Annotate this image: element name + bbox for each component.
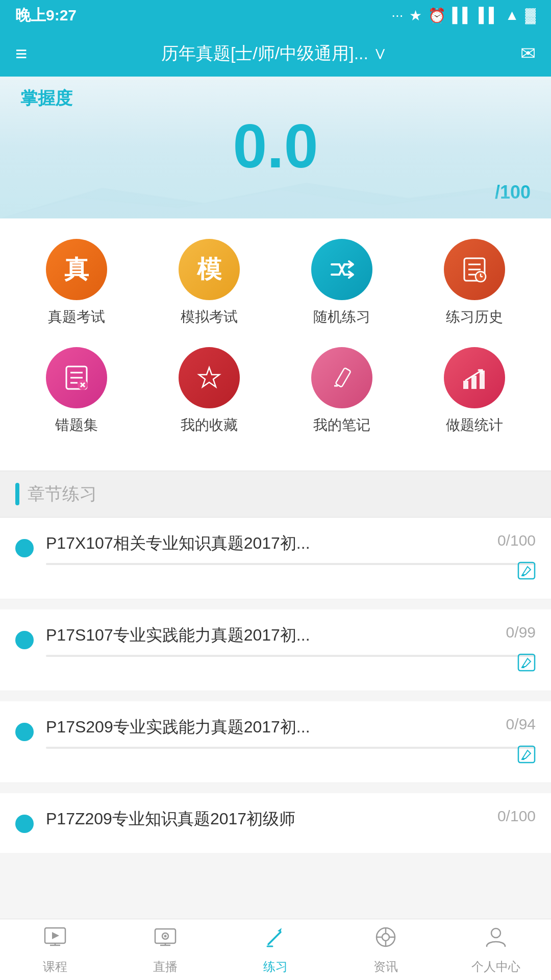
list-item[interactable]: P17X107相关专业知识真题2017初... 0/100: [0, 518, 551, 599]
list-score: 0/100: [497, 532, 536, 549]
signal2-icon: ▌▌: [479, 7, 499, 23]
list-score: 0/99: [506, 624, 536, 641]
zhibo-label: 直播: [153, 959, 178, 975]
shuffle-icon: [327, 254, 357, 285]
list-item-partial[interactable]: P17Z209专业知识真题2017初级师 0/100: [0, 793, 551, 853]
alarm-icon: ⏰: [428, 7, 446, 24]
nav-item-lianxi[interactable]: 练习: [224, 925, 327, 975]
bottom-nav: 课程 直播 练习: [0, 919, 551, 980]
list-name: P17S209专业实践能力真题2017初...: [46, 716, 506, 739]
header-title-area[interactable]: 历年真题[士/师/中级通用]... ∨: [161, 42, 388, 65]
cuoti-label: 错题集: [55, 415, 98, 435]
list-row: P17S209专业实践能力真题2017初... 0/94: [46, 716, 536, 739]
svg-marker-29: [52, 932, 59, 939]
edit-icon[interactable]: [517, 561, 536, 584]
list-container: P17X107相关专业知识真题2017初... 0/100 P17S107专业实…: [0, 518, 551, 853]
edit-icon[interactable]: [517, 653, 536, 676]
svg-point-36: [164, 935, 167, 937]
icon-lishi[interactable]: 练习历史: [423, 239, 525, 327]
svg-rect-26: [518, 746, 535, 763]
status-icons: ··· ★ ⏰ ▌▌ ▌▌ ▲ ▓: [391, 7, 536, 24]
pencil-icon: [327, 362, 357, 393]
section-header: 章节练习: [0, 471, 551, 518]
lianxi-label: 练习: [263, 959, 288, 975]
icon-suiji[interactable]: 随机练习: [291, 239, 393, 327]
moni-circle: 模: [179, 239, 240, 300]
list-name: P17Z209专业知识真题2017初级师: [46, 807, 497, 830]
cuoti-circle: [46, 347, 107, 408]
icon-shoucang[interactable]: 我的收藏: [158, 347, 260, 435]
wode-icon: [484, 925, 508, 954]
biji-label: 我的笔记: [313, 415, 370, 435]
tongji-label: 做题统计: [446, 415, 503, 435]
list-content: P17X107相关专业知识真题2017初... 0/100: [46, 532, 536, 565]
battery-icon: ▓: [525, 7, 536, 23]
bluetooth-icon: ★: [409, 7, 422, 24]
kecheng-label: 课程: [43, 959, 67, 975]
nav-item-zixun[interactable]: 资讯: [335, 925, 437, 975]
list-item[interactable]: P17S107专业实践能力真题2017初... 0/99: [0, 609, 551, 691]
nav-item-zhibo[interactable]: 直播: [114, 925, 216, 975]
list-row: P17Z209专业知识真题2017初级师 0/100: [46, 807, 536, 830]
moni-label: 模拟考试: [181, 307, 238, 327]
suiji-circle: [311, 239, 372, 300]
list-item[interactable]: P17S209专业实践能力真题2017初... 0/94: [0, 701, 551, 783]
history-icon: [459, 254, 490, 285]
list-progress: [46, 747, 536, 749]
suiji-label: 随机练习: [313, 307, 370, 327]
list-name: P17S107专业实践能力真题2017初...: [46, 624, 506, 647]
icons-row-2: 错题集 我的收藏 我的笔记: [10, 347, 541, 435]
kecheng-icon: [43, 925, 67, 954]
lishi-label: 练习历史: [446, 307, 503, 327]
svg-rect-24: [518, 654, 535, 671]
list-row: P17S107专业实践能力真题2017初... 0/99: [46, 624, 536, 647]
nav-item-wode[interactable]: 个人中心: [445, 925, 547, 975]
list-score: 0/94: [506, 716, 536, 733]
mastery-section: 掌握度 0.0 /100: [0, 77, 551, 218]
icon-moni[interactable]: 模 模拟考试: [158, 239, 260, 327]
icon-zhenti[interactable]: 真 真题考试: [26, 239, 128, 327]
list-separator: [0, 691, 551, 701]
zhenti-label: 真题考试: [48, 307, 105, 327]
list-content: P17S209专业实践能力真题2017初... 0/94: [46, 716, 536, 749]
list-dot: [15, 539, 34, 557]
mastery-score: 0.0: [20, 115, 531, 177]
svg-rect-19: [463, 381, 468, 389]
lishi-circle: [444, 239, 505, 300]
list-score: 0/100: [497, 807, 536, 825]
icons-row-1: 真 真题考试 模 模拟考试 随机练习: [10, 239, 541, 327]
list-separator: [0, 783, 551, 793]
svg-point-41: [382, 934, 389, 941]
header-title-text: 历年真题[士/师/中级通用]... ∨: [161, 42, 388, 65]
zhibo-icon: [153, 925, 178, 954]
list-dot: [15, 815, 34, 833]
icon-tongji[interactable]: 做题统计: [423, 347, 525, 435]
zixun-icon: [373, 925, 398, 954]
svg-line-37: [268, 932, 281, 944]
section-bar: [15, 483, 19, 505]
zhenti-circle: 真: [46, 239, 107, 300]
status-time: 晚上9:27: [15, 5, 77, 26]
list-content: P17Z209专业知识真题2017初级师 0/100: [46, 807, 536, 839]
dots-icon: ···: [391, 7, 403, 23]
svg-marker-16: [199, 368, 219, 387]
svg-rect-22: [518, 562, 535, 579]
signal1-icon: ▌▌: [452, 7, 472, 23]
nav-item-kecheng[interactable]: 课程: [4, 925, 106, 975]
biji-circle: [311, 347, 372, 408]
mastery-label: 掌握度: [20, 87, 531, 110]
wifi-icon: ▲: [505, 7, 519, 23]
edit-icon[interactable]: [517, 745, 536, 768]
icon-biji[interactable]: 我的笔记: [291, 347, 393, 435]
shoucang-label: 我的收藏: [181, 415, 238, 435]
list-dot: [15, 723, 34, 741]
wode-label: 个人中心: [471, 959, 520, 975]
cuoti-icon: [61, 362, 92, 393]
list-dot: [15, 631, 34, 649]
shoucang-circle: [179, 347, 240, 408]
lianxi-icon: [263, 925, 288, 954]
svg-point-46: [491, 928, 500, 938]
icon-cuoti[interactable]: 错题集: [26, 347, 128, 435]
mail-button[interactable]: ✉: [520, 43, 536, 64]
menu-button[interactable]: ≡: [15, 42, 28, 65]
